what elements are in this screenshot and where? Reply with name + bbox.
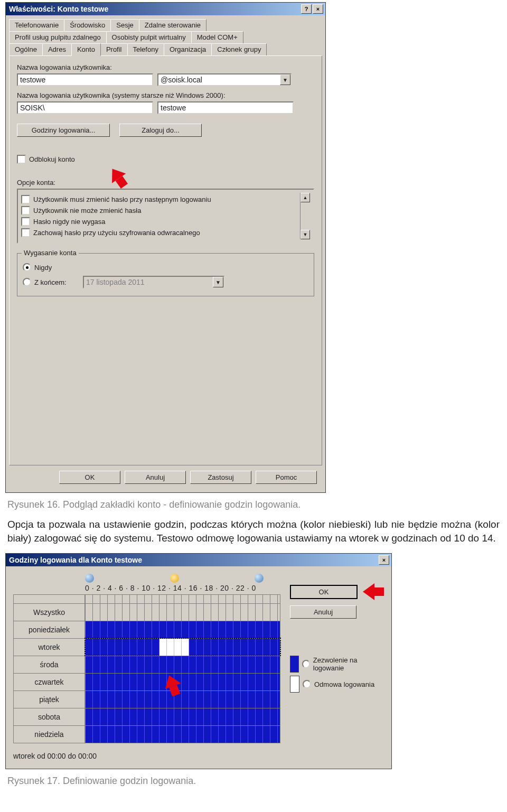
opt-checkbox[interactable] [21,206,30,215]
unlock-account-label: Odblokuj konto [29,155,75,163]
radio-permit[interactable] [302,660,310,668]
scroll-down-icon[interactable]: ▼ [301,230,310,239]
radio-end[interactable] [23,278,31,286]
tab-sesje[interactable]: Sesje [110,19,139,31]
day-label[interactable]: poniedziałek [13,621,85,638]
permit-swatch-icon [290,656,299,673]
globe-icon [85,574,94,583]
legacy-user-input[interactable]: testowe [157,101,294,114]
hour-header-strip[interactable] [85,594,280,603]
close-button[interactable]: × [313,4,323,14]
day-row-wed[interactable] [85,656,280,673]
deny-swatch-icon [290,676,299,693]
tab-konto[interactable]: Konto [71,43,101,56]
deny-label: Odmowa logowania [314,680,374,688]
legacy-logon-label: Nazwa logowania użytkownika (systemy sta… [17,91,314,99]
figure-caption-16: Rysunek 16. Podgląd zakładki konto - def… [7,499,502,510]
properties-dialog: Właściwości: Konto testowe ? × Telefonow… [5,2,326,493]
account-options-box: Użytkownik musi zmienić hasło przy nastę… [17,189,314,244]
day-row-fri[interactable] [85,690,280,708]
close-button[interactable]: × [379,555,389,565]
tab-czlonek[interactable]: Członek grupy [211,43,267,56]
dialog-title: Właściwości: Konto testowe [9,5,300,13]
tab-srodowisko[interactable]: Środowisko [64,19,111,31]
radio-never-label: Nigdy [34,264,52,272]
tab-profil-zdalnego[interactable]: Profil usług pulpitu zdalnego [9,31,107,43]
globe-icon [255,574,264,583]
opt-label: Hasło nigdy nie wygasa [33,218,106,226]
domain-dropdown[interactable]: @soisk.local ▼ [157,73,292,86]
legacy-domain-input[interactable]: SOISK\ [17,101,153,114]
client-area: 0 · 2 · 4 · 6 · 8 · 10 · 12 · 14 · 16 · … [6,566,391,769]
tab-zdalne[interactable]: Zdalne sterowanie [139,19,206,31]
day-label[interactable]: czwartek [13,673,85,690]
opt-checkbox[interactable] [21,228,30,237]
tab-panel-konto: Nazwa logowania użytkownika: testowe @so… [9,55,322,465]
logon-hours-grid[interactable]: Wszystko poniedziałek wtorek środa czwar… [13,594,280,743]
status-text: wtorek od 00:00 do 00:00 [13,752,280,760]
tab-organizacja[interactable]: Organizacja [164,43,212,56]
day-row-tue[interactable] [85,638,280,656]
ok-button[interactable]: OK [290,585,358,599]
tabs-row-1: Telefonowanie Środowisko Sesje Zdalne st… [9,18,322,31]
logon-hours-button[interactable]: Godziny logowania... [17,124,110,137]
help-button[interactable]: ? [301,4,312,14]
opt-checkbox[interactable] [21,217,30,226]
dialog-button-row: OK Anuluj Zastosuj Pomoc [9,465,322,487]
chevron-down-icon: ▼ [213,277,223,287]
day-label[interactable]: piątek [13,690,85,708]
chevron-down-icon[interactable]: ▼ [280,74,290,85]
tab-telefonowanie[interactable]: Telefonowanie [9,19,64,31]
tab-telefony[interactable]: Telefony [127,43,164,56]
user-logon-label: Nazwa logowania użytkownika: [17,63,314,71]
radio-end-label: Z końcem: [34,278,80,286]
account-options-label: Opcje konta: [17,179,314,186]
cancel-button[interactable]: Anuluj [125,471,186,484]
help-button[interactable]: Pomoc [256,471,317,484]
tab-adres[interactable]: Adres [42,43,72,56]
user-logon-input[interactable]: testowe [17,73,153,86]
grid-corner [13,594,85,603]
day-label[interactable]: sobota [13,708,85,725]
deny-block[interactable] [159,639,189,656]
apply-button[interactable]: Zastosuj [190,471,251,484]
radio-deny[interactable] [303,680,311,688]
cancel-button[interactable]: Anuluj [290,605,356,619]
domain-value: @soisk.local [161,76,280,84]
unlock-account-checkbox[interactable] [17,155,26,164]
client-area: Telefonowanie Środowisko Sesje Zdalne st… [6,15,325,492]
hour-scale: 0 · 2 · 4 · 6 · 8 · 10 · 12 · 14 · 16 · … [85,584,280,592]
permit-label: Zezwolenie na logowanie [313,656,384,672]
dialog-title: Godziny logowania dla Konto testowe [9,556,378,564]
tabs-row-3: Ogólne Adres Konto Profil Telefony Organ… [9,43,322,55]
opt-checkbox[interactable] [21,195,30,204]
scroll-up-icon[interactable]: ▲ [301,193,310,202]
day-row-sun[interactable] [85,725,280,743]
tab-osobisty-pulpit[interactable]: Osobisty pulpit wirtualny [106,31,192,43]
options-scrollbar[interactable]: ▲ ▼ [300,193,310,239]
opt-label: Zachowaj hasło przy użyciu szyfrowania o… [33,229,200,237]
group-legend: Wygasanie konta [22,249,79,257]
callout-arrow-icon [363,583,384,600]
opt-label: Użytkownik musi zmienić hasło przy nastę… [33,195,211,203]
tab-profil[interactable]: Profil [100,43,128,56]
titlebar: Godziny logowania dla Konto testowe × [6,554,391,566]
tabs-row-2: Profil usług pulpitu zdalnego Osobisty p… [9,31,322,43]
radio-never[interactable] [23,263,31,272]
day-row-sat[interactable] [85,708,280,725]
day-row-mon[interactable] [85,621,280,638]
day-label[interactable]: niedziela [13,725,85,743]
day-label[interactable]: wtorek [13,638,85,656]
logon-hours-dialog: Godziny logowania dla Konto testowe × 0 … [5,553,392,769]
logon-to-button[interactable]: Zaloguj do... [119,124,202,137]
account-expiry-group: Wygasanie konta Nigdy Z końcem: 17 listo… [17,253,314,296]
all-button[interactable]: Wszystko [13,603,85,621]
tab-model-com[interactable]: Model COM+ [191,31,243,43]
all-row[interactable] [85,603,280,621]
tab-ogolne[interactable]: Ogólne [9,43,43,56]
figure-caption-17: Rysunek 17. Definiowanie godzin logowani… [7,776,502,787]
ok-button[interactable]: OK [59,471,120,484]
sun-icon [170,574,179,583]
day-label[interactable]: środa [13,656,85,673]
expiry-date: 17 listopada 2011 [86,278,213,286]
